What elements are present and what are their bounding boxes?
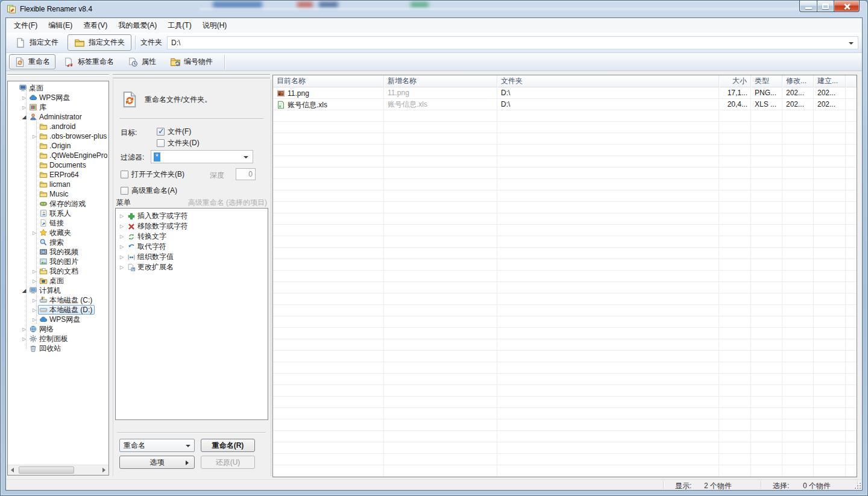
tree-item[interactable]: 我的图片 [8, 257, 108, 266]
panel-splitter-grip[interactable] [113, 74, 270, 78]
tree-item[interactable]: 桌面 [8, 83, 108, 93]
menubar-item-favorites[interactable]: 我的最爱(A) [113, 18, 162, 33]
tree-entry[interactable]: 桌面 [38, 276, 66, 286]
tree-item[interactable]: ▷本地磁盘 (C:) [8, 295, 108, 305]
expander-collapsed-icon[interactable]: ▷ [31, 278, 38, 284]
maximize-button[interactable] [817, 1, 834, 12]
tree-item[interactable]: ▷WPS网盘 [8, 93, 108, 102]
scrollbar-thumb[interactable] [19, 466, 74, 474]
tree-item[interactable]: ▷网络 [8, 324, 108, 334]
rename-method-item[interactable]: ▷插入数字或字符 [116, 211, 268, 221]
tree-entry[interactable]: Documents [38, 160, 89, 170]
tree-entry[interactable]: 控制面板 [28, 334, 71, 344]
undo-button[interactable]: 还原(U) [201, 456, 255, 469]
column-header[interactable]: 文件夹 [497, 75, 719, 87]
tree-entry[interactable]: Administrator [28, 112, 84, 122]
tree-item[interactable]: ▷WPS网盘 [8, 315, 108, 324]
tree-entry[interactable]: 回收站 [28, 344, 63, 353]
tree-entry[interactable]: 桌面 [17, 83, 46, 93]
toolbar-button-number-items[interactable]: 编号物件 [165, 54, 218, 69]
toolbar-button-properties[interactable]: 属性 [122, 54, 162, 69]
tree-entry[interactable]: 我的视频 [38, 247, 81, 257]
filter-combobox[interactable]: * [151, 150, 253, 163]
expander-collapsed-icon[interactable]: ▷ [31, 230, 38, 236]
expander-collapsed-icon[interactable]: ▷ [31, 298, 38, 303]
scroll-right-icon[interactable] [102, 468, 105, 472]
expander-collapsed-icon[interactable]: ▷ [118, 234, 125, 239]
folder-path-combobox[interactable]: D:\ [167, 36, 858, 49]
checkbox-unchecked-icon[interactable] [121, 171, 128, 178]
column-header[interactable]: 目前名称 [273, 75, 384, 87]
tree-entry[interactable]: 收藏夹 [38, 228, 74, 237]
menubar-item-file[interactable]: 文件(F) [8, 18, 43, 33]
column-header[interactable]: 类型 [751, 75, 782, 87]
tree-entry[interactable]: .android [38, 122, 78, 131]
tree-item[interactable]: 回收站 [8, 344, 108, 353]
titlebar[interactable]: Flexible Renamer v8.4 [1, 1, 867, 17]
menubar-item-view[interactable]: 查看(V) [78, 18, 113, 33]
chevron-down-icon[interactable] [244, 156, 248, 159]
tree-entry[interactable]: 本地磁盘 (C:) [38, 295, 95, 305]
file-row[interactable]: 11.png11.pngD:\17,1...PNG...202...202... [273, 87, 857, 99]
depth-input[interactable]: 0 [236, 168, 256, 180]
tree-entry[interactable]: 库 [28, 102, 49, 112]
rename-method-item[interactable]: ▷移除数字或字符 [116, 221, 268, 231]
checkbox-open-subfolders[interactable]: 打开子文件夹(B) [121, 169, 184, 180]
rename-button[interactable]: 重命名(R) [201, 439, 255, 452]
tree-item[interactable]: ▷.obs-browser-plus [8, 131, 108, 141]
rename-method-item[interactable]: ▷转换文字 [116, 231, 268, 242]
tree-item[interactable]: ▷收藏夹 [8, 228, 108, 237]
action-combobox[interactable]: 重命名 [119, 439, 195, 452]
tree-item[interactable]: ◢计算机 [8, 286, 108, 295]
options-button[interactable]: 选项 [119, 456, 195, 469]
tree-item[interactable]: ▷本地磁盘 (D:) [8, 305, 108, 315]
toolbar-button-tag-rename[interactable]: 标签重命名 [58, 54, 119, 69]
expander-collapsed-icon[interactable]: ▷ [31, 134, 38, 139]
chevron-down-icon[interactable] [186, 445, 190, 447]
tab-specify-file[interactable]: 指定文件 [8, 34, 65, 51]
expander-collapsed-icon[interactable]: ▷ [20, 327, 28, 332]
checkbox-unchecked-icon[interactable] [157, 139, 165, 147]
expander-expanded-icon[interactable]: ◢ [20, 287, 28, 294]
column-header[interactable]: 大小 [719, 75, 751, 87]
tree-item[interactable]: 我的视频 [8, 247, 108, 257]
toolbar-button-rename[interactable]: 重命名 [9, 54, 55, 69]
column-header[interactable]: 建立... [814, 75, 846, 87]
tree-splitter-grip[interactable] [7, 74, 109, 75]
tree-entry[interactable]: 我的图片 [38, 257, 81, 266]
tree-item[interactable]: 保存的游戏 [8, 199, 108, 209]
tree-entry[interactable]: 网络 [28, 324, 56, 334]
menubar-item-help[interactable]: 说明(H) [197, 18, 233, 33]
tree-entry[interactable]: WPS网盘 [38, 315, 83, 324]
tree-entry[interactable]: Music [38, 189, 71, 199]
expander-collapsed-icon[interactable]: ▷ [118, 244, 125, 250]
expander-collapsed-icon[interactable]: ▷ [31, 307, 38, 313]
tree-item[interactable]: licman [8, 180, 108, 189]
checkbox-target-files[interactable]: 文件(F) [157, 127, 191, 137]
tree-entry[interactable]: 联系人 [38, 209, 74, 218]
expander-collapsed-icon[interactable]: ▷ [20, 336, 28, 342]
rename-method-item[interactable]: ▷组织数字值 [116, 252, 268, 262]
tree-entry[interactable]: 保存的游戏 [38, 199, 88, 209]
tree-item[interactable]: .Origin [8, 141, 108, 151]
expander-collapsed-icon[interactable]: ▷ [20, 95, 28, 101]
tree-item[interactable]: .android [8, 122, 108, 131]
expander-collapsed-icon[interactable]: ▷ [31, 269, 38, 274]
tree-item[interactable]: 搜索 [8, 237, 108, 247]
tree-item[interactable]: ▷我的文档 [8, 266, 108, 276]
scroll-left-icon[interactable] [11, 468, 14, 472]
tree-entry[interactable]: .obs-browser-plus [38, 131, 108, 141]
expander-collapsed-icon[interactable]: ▷ [118, 213, 125, 219]
file-row[interactable]: 账号信息.xls账号信息.xlsD:\20,4...XLS ...202...2… [273, 99, 857, 110]
close-button[interactable] [834, 1, 860, 12]
menubar-item-tools[interactable]: 工具(T) [162, 18, 197, 33]
expander-collapsed-icon[interactable]: ▷ [118, 265, 125, 270]
rename-method-item[interactable]: ▷更改扩展名 [116, 262, 268, 272]
chevron-down-icon[interactable] [849, 42, 854, 45]
tree-item[interactable]: ▷控制面板 [8, 334, 108, 344]
tree-entry[interactable]: 本地磁盘 (D:) [38, 305, 95, 315]
expander-collapsed-icon[interactable]: ▷ [118, 254, 125, 260]
checkbox-checked-icon[interactable] [157, 128, 165, 136]
tree-item[interactable]: ERPro64 [8, 170, 108, 180]
expander-collapsed-icon[interactable]: ▷ [20, 105, 28, 110]
